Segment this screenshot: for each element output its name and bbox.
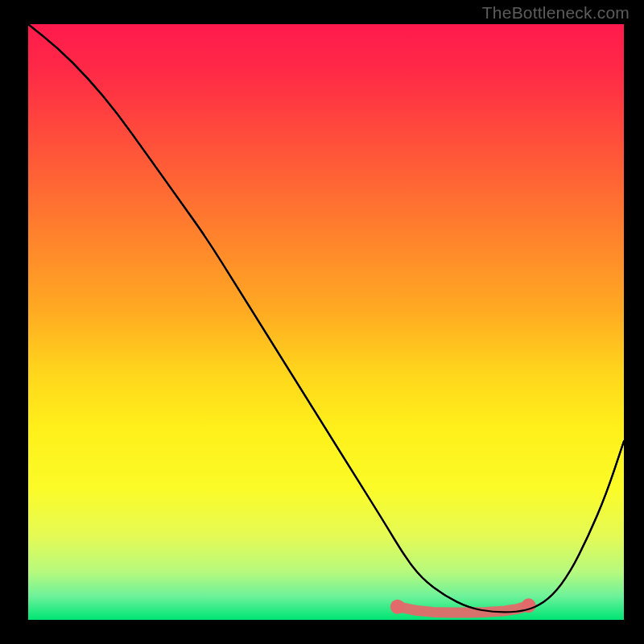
chart-frame: TheBottleneck.com <box>0 0 644 644</box>
marker-end-left <box>390 600 405 614</box>
watermark-text: TheBottleneck.com <box>482 3 630 23</box>
plot-area <box>28 24 624 620</box>
bottleneck-curve <box>28 24 624 612</box>
curve-layer <box>28 24 624 620</box>
bottleneck-curve-overlay <box>28 24 624 612</box>
